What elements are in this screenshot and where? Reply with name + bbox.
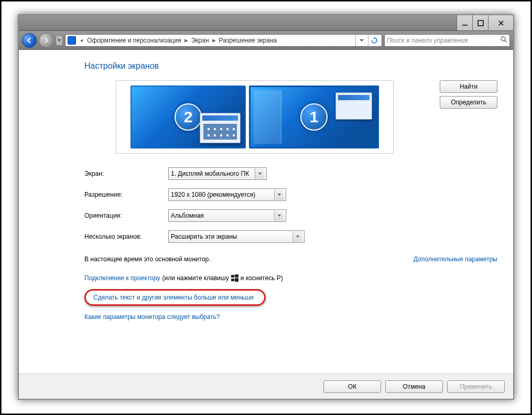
projector-hint-pre: (или нажмите клавишу bbox=[162, 274, 229, 282]
orientation-select[interactable]: Альбомная bbox=[168, 209, 286, 222]
multiple-displays-select[interactable]: Расширить эти экраны bbox=[168, 230, 305, 243]
which-settings-link[interactable]: Какие параметры монитора следует выбрать… bbox=[84, 313, 220, 321]
text-size-link[interactable]: Сделать текст и другие элементы больше и… bbox=[93, 294, 254, 301]
breadcrumb-item[interactable]: Оформление и персонализация bbox=[87, 37, 181, 44]
search-icon[interactable] bbox=[500, 36, 507, 45]
breadcrumb-item[interactable]: Разрешение экрана bbox=[219, 37, 277, 44]
address-bar[interactable]: ◄ Оформление и персонализация ▶ Экран ▶ … bbox=[65, 34, 382, 47]
monitor-1[interactable]: 1 bbox=[249, 86, 379, 148]
preview-window-icon bbox=[335, 92, 372, 120]
display-arrangement[interactable]: 2 1 bbox=[116, 80, 394, 154]
identify-button[interactable]: Определить bbox=[440, 96, 497, 109]
projector-link[interactable]: Подключение к проектору bbox=[84, 274, 160, 282]
multiple-value: Расширить эти экраны bbox=[171, 233, 237, 240]
orientation-value: Альбомная bbox=[171, 212, 204, 219]
maximize-button[interactable] bbox=[472, 15, 488, 30]
svg-rect-5 bbox=[231, 279, 234, 281]
resolution-label: Разрешение: bbox=[84, 191, 168, 198]
resolution-select[interactable]: 1920 x 1080 (рекомендуется) bbox=[168, 188, 286, 201]
projector-hint-post: и коснитесь P) bbox=[241, 274, 283, 282]
content-area: Настройки экранов 2 1 Найти Определить bbox=[19, 50, 513, 374]
preview-window-icon bbox=[200, 113, 241, 143]
address-dropdown[interactable] bbox=[355, 35, 367, 46]
svg-rect-0 bbox=[462, 25, 468, 26]
svg-rect-6 bbox=[235, 278, 238, 282]
chevron-down-icon bbox=[292, 231, 302, 242]
resolution-value: 1920 x 1080 (рекомендуется) bbox=[171, 191, 255, 198]
chevron-down-icon bbox=[274, 210, 284, 221]
refresh-button[interactable] bbox=[368, 35, 379, 46]
display-select[interactable]: 1. Дисплей мобильного ПК bbox=[168, 167, 267, 180]
orientation-label: Ориентация: bbox=[84, 212, 168, 219]
forward-button[interactable] bbox=[39, 33, 53, 48]
settings-form: Экран: 1. Дисплей мобильного ПК Разрешен… bbox=[84, 167, 497, 243]
svg-point-2 bbox=[501, 37, 505, 41]
search-input[interactable]: Поиск в панели управления bbox=[384, 34, 510, 47]
page-title: Настройки экранов bbox=[84, 61, 497, 71]
detect-button[interactable]: Найти bbox=[440, 80, 497, 93]
monitor-badge: 1 bbox=[300, 103, 328, 131]
control-panel-icon bbox=[68, 36, 76, 45]
display-label: Экран: bbox=[84, 170, 168, 177]
history-dropdown[interactable] bbox=[56, 35, 63, 46]
window-frame: ◄ Оформление и персонализация ▶ Экран ▶ … bbox=[18, 14, 514, 400]
search-placeholder: Поиск в панели управления bbox=[387, 37, 468, 44]
navigation-bar: ◄ Оформление и персонализация ▶ Экран ▶ … bbox=[19, 31, 513, 50]
advanced-settings-link[interactable]: Дополнительные параметры bbox=[414, 256, 497, 263]
chevron-down-icon bbox=[255, 168, 264, 179]
monitor-badge: 2 bbox=[175, 103, 202, 131]
titlebar bbox=[19, 15, 513, 31]
breadcrumb-item[interactable]: Экран bbox=[191, 37, 209, 44]
back-button[interactable] bbox=[22, 33, 37, 48]
chevron-right-icon: ▶ bbox=[184, 38, 188, 43]
monitor-2[interactable]: 2 bbox=[131, 86, 246, 148]
close-button[interactable] bbox=[488, 15, 513, 30]
dialog-button-bar: ОК Отмена Применить bbox=[19, 374, 513, 399]
primary-monitor-note: В настоящее время это основной монитор. bbox=[84, 256, 211, 263]
svg-rect-1 bbox=[478, 20, 483, 26]
cancel-button[interactable]: Отмена bbox=[385, 380, 443, 393]
apply-button[interactable]: Применить bbox=[447, 380, 505, 393]
ok-button[interactable]: ОК bbox=[323, 380, 381, 393]
svg-rect-4 bbox=[235, 274, 238, 278]
windows-key-icon bbox=[231, 274, 238, 282]
minimize-button[interactable] bbox=[457, 15, 472, 30]
display-value: 1. Дисплей мобильного ПК bbox=[171, 170, 249, 177]
multiple-label: Несколько экранов: bbox=[84, 233, 168, 240]
chevron-right-icon: ◄ bbox=[79, 38, 84, 43]
chevron-right-icon: ▶ bbox=[212, 38, 216, 43]
svg-rect-3 bbox=[231, 275, 234, 278]
chevron-down-icon bbox=[274, 189, 284, 200]
